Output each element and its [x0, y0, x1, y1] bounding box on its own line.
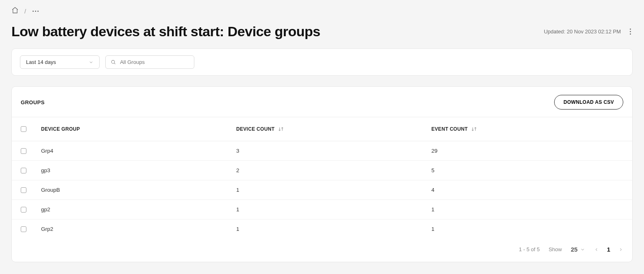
- table-row: Grp2 1 1: [12, 219, 632, 239]
- row-checkbox[interactable]: [21, 226, 26, 232]
- table-row: gp2 1 1: [12, 200, 632, 219]
- col-header-device-count[interactable]: DEVICE COUNT: [236, 126, 431, 132]
- cell-device-count: 1: [236, 206, 431, 213]
- page-title: Low battery devices at shift start: Devi…: [11, 24, 320, 39]
- date-range-select[interactable]: Last 14 days: [20, 55, 100, 69]
- table-row: gp3 2 5: [12, 161, 632, 180]
- download-csv-button[interactable]: DOWNLOAD AS CSV: [554, 95, 623, 110]
- svg-line-1: [114, 63, 115, 64]
- cell-device-count: 2: [236, 167, 431, 173]
- row-checkbox[interactable]: [21, 168, 26, 173]
- col-header-device-group[interactable]: DEVICE GROUP: [41, 126, 236, 132]
- filter-bar: Last 14 days: [11, 48, 633, 76]
- row-checkbox[interactable]: [21, 148, 26, 154]
- show-label: Show: [548, 246, 562, 252]
- cell-event-count: 29: [431, 148, 623, 154]
- table-row: GroupB 1 4: [12, 180, 632, 200]
- svg-point-0: [111, 60, 115, 64]
- cell-event-count: 5: [431, 167, 623, 173]
- table-header: DEVICE GROUP DEVICE COUNT EVENT COUNT: [12, 117, 632, 141]
- breadcrumb: /: [11, 0, 633, 19]
- pagination: 1 - 5 of 5 Show 25 1: [12, 239, 632, 262]
- group-search-input[interactable]: [120, 59, 189, 65]
- cell-device-group: GroupB: [41, 187, 236, 193]
- cell-event-count: 1: [431, 206, 623, 213]
- page-size-select[interactable]: 25: [571, 246, 585, 253]
- cell-event-count: 4: [431, 187, 623, 193]
- chevron-down-icon: [89, 60, 94, 65]
- prev-page-button[interactable]: [594, 247, 599, 252]
- home-icon[interactable]: [11, 7, 19, 15]
- updated-timestamp: Updated: 20 Nov 2023 02:12 PM: [544, 28, 621, 35]
- table-row: Grp4 3 29: [12, 141, 632, 161]
- cell-device-count: 1: [236, 187, 431, 193]
- select-all-checkbox[interactable]: [21, 126, 26, 132]
- cell-device-group: Grp2: [41, 226, 236, 232]
- breadcrumb-ellipsis[interactable]: [32, 9, 39, 13]
- section-label: GROUPS: [21, 99, 45, 105]
- page-size-value: 25: [571, 246, 578, 253]
- cell-device-count: 1: [236, 226, 431, 232]
- cell-device-group: gp2: [41, 206, 236, 213]
- current-page: 1: [607, 246, 610, 253]
- cell-event-count: 1: [431, 226, 623, 232]
- col-header-device-count-label: DEVICE COUNT: [236, 126, 274, 132]
- col-header-event-count-label: EVENT COUNT: [431, 126, 468, 132]
- breadcrumb-separator: /: [24, 8, 26, 15]
- date-range-label: Last 14 days: [26, 59, 56, 65]
- pagination-range: 1 - 5 of 5: [519, 246, 540, 252]
- next-page-button[interactable]: [618, 247, 623, 252]
- sort-icon: [278, 126, 284, 132]
- row-checkbox[interactable]: [21, 207, 26, 213]
- more-menu-icon[interactable]: [628, 27, 633, 36]
- sort-icon: [471, 126, 477, 132]
- row-checkbox[interactable]: [21, 187, 26, 193]
- search-icon: [111, 59, 116, 65]
- cell-device-group: gp3: [41, 167, 236, 173]
- groups-table-card: GROUPS DOWNLOAD AS CSV DEVICE GROUP DEVI…: [11, 86, 633, 262]
- group-search[interactable]: [105, 55, 194, 69]
- chevron-down-icon: [580, 247, 585, 252]
- col-header-event-count[interactable]: EVENT COUNT: [431, 126, 623, 132]
- cell-device-group: Grp4: [41, 148, 236, 154]
- cell-device-count: 3: [236, 148, 431, 154]
